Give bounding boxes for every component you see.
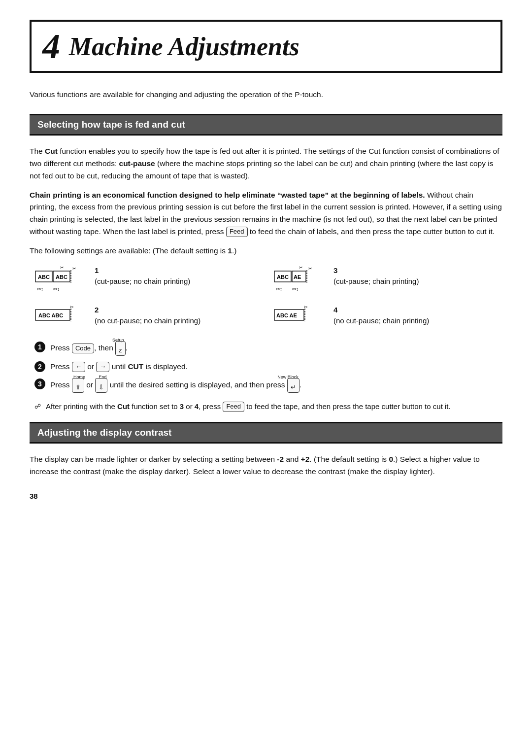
intro-paragraph: Various functions are available for chan… [30,89,502,100]
cut-settings-grid: ✂ ABC ABC ✂↕ ✂↕ ✂ 1 (cut-pause; no chain… [30,265,502,330]
svg-text:✂: ✂ [70,305,74,309]
cut-num-3: 3 [333,265,419,276]
cut-diagram-2: ✂ ABC ABC [34,305,89,330]
section1-para1: The Cut function enables you to specify … [30,145,502,182]
step-num-2: 2 [34,361,45,372]
svg-text:AE: AE [294,274,301,280]
step-num-1: 1 [34,342,45,352]
svg-text:✂↕: ✂↕ [276,286,282,292]
cut-diagram-4: ✂ ABC AE [273,305,328,330]
cut-diagram-1: ✂ ABC ABC ✂↕ ✂↕ ✂ [34,265,89,296]
arrow-down-end-key: End⇩ [95,378,107,393]
section2-header: Adjusting the display contrast [30,422,502,444]
svg-text:✂↕: ✂↕ [53,286,60,292]
code-key: Code [72,344,94,354]
chapter-header: 4 Machine Adjustments [30,20,502,73]
svg-text:ABC: ABC [56,274,67,280]
cut-desc-1: (cut-pause; no chain printing) [95,277,190,285]
cut-setting-3-label: 3 (cut-pause; chain printing) [333,265,419,287]
cut-setting-2: ✂ ABC ABC 2 (no cut-pause; no chain prin… [34,305,259,330]
memo-icon: ☍ [34,402,41,412]
cut-setting-3: ✂ ABC AE ✂↕ ✂↕ ✂ 3 (cut-pause; chain pri… [273,265,498,296]
feed-key-memo: Feed [223,402,244,412]
cut-num-2: 2 [95,305,200,315]
cut-setting-2-label: 2 (no cut-pause; no chain printing) [95,305,200,326]
arrow-up-home-key: Home⇧ [72,378,84,393]
section2-para: The display can be made lighter or darke… [30,453,502,478]
svg-text:ABC: ABC [38,274,50,280]
svg-text:✂: ✂ [299,265,303,270]
z-setup-key: Setupz [115,341,126,356]
svg-text:✂: ✂ [304,305,308,309]
feed-key-inline: Feed [226,227,248,237]
cut-setting-4-label: 4 (no cut-pause; chain printing) [333,305,429,326]
svg-text:✂: ✂ [308,266,312,271]
cut-desc-4: (no cut-pause; chain printing) [333,316,429,325]
cut-setting-1: ✂ ABC ABC ✂↕ ✂↕ ✂ 1 (cut-pause; no chain… [34,265,259,296]
cut-setting-4: ✂ ABC AE 4 (no cut-pause; chain printing… [273,305,498,330]
cut-num-4: 4 [333,305,429,315]
step-num-3: 3 [34,378,45,389]
step-1-content: Press Code, then Setupz . [50,341,502,356]
arrow-right-key: → [96,362,109,372]
cut-desc-3: (cut-pause; chain printing) [333,277,419,285]
chapter-title: Machine Adjustments [69,32,299,61]
step-2: 2 Press ← or → until CUT is displayed. [34,361,502,373]
section1-para2: Chain printing is an economical function… [30,189,502,238]
svg-text:✂↕: ✂↕ [292,286,299,292]
memo-text: After printing with the Cut function set… [46,401,451,412]
enter-new-block-key: New Block↵ [287,378,299,393]
svg-text:ABC: ABC [277,274,289,280]
step-3-content: Press Home⇧ or End⇩ until the desired se… [50,378,502,393]
svg-text:ABC ABC: ABC ABC [38,312,63,318]
svg-text:ABC AE: ABC AE [276,312,297,318]
cut-diagram-3: ✂ ABC AE ✂↕ ✂↕ ✂ [273,265,328,296]
default-setting-note: The following settings are available: (T… [30,245,502,256]
step-2-content: Press ← or → until CUT is displayed. [50,361,502,373]
memo-block: ☍ After printing with the Cut function s… [34,401,502,412]
section1-header: Selecting how tape is fed and cut [30,114,502,136]
arrow-left-key: ← [72,362,85,372]
svg-text:✂: ✂ [60,265,64,270]
svg-text:✂: ✂ [72,266,76,271]
page-number: 38 [30,492,502,500]
svg-text:✂↕: ✂↕ [37,286,43,292]
cut-setting-1-label: 1 (cut-pause; no chain printing) [95,265,190,287]
steps-list: 1 Press Code, then Setupz . 2 Press ← or… [34,341,502,393]
cut-num-1: 1 [95,265,190,276]
cut-desc-2: (no cut-pause; no chain printing) [95,316,200,325]
step-1: 1 Press Code, then Setupz . [34,341,502,356]
step-3: 3 Press Home⇧ or End⇩ until the desired … [34,378,502,393]
chapter-number: 4 [42,29,60,64]
